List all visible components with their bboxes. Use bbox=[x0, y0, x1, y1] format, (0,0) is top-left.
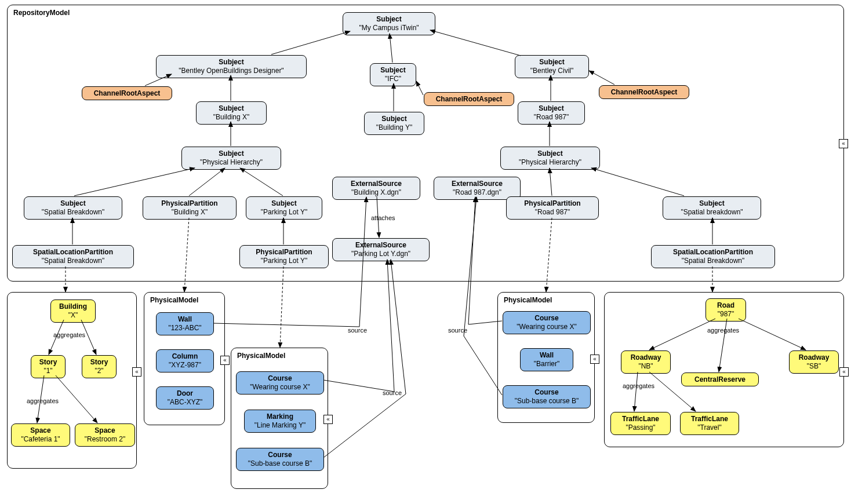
column-xyz-987: Column "XYZ-987" bbox=[156, 349, 214, 372]
roadway-sb: Roadway "SB" bbox=[789, 350, 839, 374]
channel-root-aspect-civil: ChannelRootAspect bbox=[599, 85, 689, 99]
physical-partition-parking-lot-y: PhysicalPartition "Parking Lot Y" bbox=[239, 245, 329, 268]
label-aggregates: aggregates bbox=[623, 382, 654, 389]
label-source: source bbox=[348, 327, 367, 334]
spatial-location-partition-1: SpatialLocationPartition "Spatial Breakd… bbox=[12, 245, 134, 268]
physical-model-1-container: PhysicalModel Wall "123-ABC" Column "XYZ… bbox=[144, 292, 225, 425]
subject-parking-lot-y: Subject "Parking Lot Y" bbox=[246, 196, 322, 220]
physical-partition-road987: PhysicalPartition "Road 987" bbox=[506, 196, 599, 220]
spatial-location-partition-2: SpatialLocationPartition "Spatial Breakd… bbox=[651, 245, 775, 268]
external-source-parking-lot-y: ExternalSource "Parking Lot Y.dgn" bbox=[332, 238, 430, 261]
external-source-building-x: ExternalSource "Building X.dgn" bbox=[332, 177, 420, 200]
channel-root-aspect-obd: ChannelRootAspect bbox=[82, 86, 172, 100]
label-source: source bbox=[448, 327, 467, 334]
wall-barrier: Wall "Barrier" bbox=[520, 348, 573, 371]
subject-ifc: Subject "IFC" bbox=[370, 63, 416, 86]
physical-model-3-title: PhysicalModel bbox=[504, 296, 552, 304]
subject-building-y: Subject "Building Y" bbox=[364, 112, 424, 135]
models-ref-icon: « bbox=[132, 367, 141, 377]
door-abc-xyz: Door "ABC-XYZ" bbox=[156, 386, 214, 410]
models-ref-icon: « bbox=[839, 139, 848, 148]
marking-line-y: Marking "Line Marking Y" bbox=[244, 410, 316, 433]
physical-model-2-title: PhysicalModel bbox=[237, 352, 285, 360]
roadway-nb: Roadway "NB" bbox=[621, 350, 671, 374]
subject-spatial-breakdown-1: Subject "Spatial Breakdown" bbox=[24, 196, 122, 220]
space-restroom-2: Space "Restroom 2" bbox=[75, 423, 135, 447]
traffic-lane-passing: TrafficLane "Passing" bbox=[610, 412, 671, 435]
subject-physical-hierarchy-1: Subject "Physical Hierarchy" bbox=[181, 147, 281, 170]
models-ref-icon: « bbox=[220, 356, 230, 365]
label-attaches: attaches bbox=[371, 214, 395, 221]
physical-partition-building-x: PhysicalPartition "Building X" bbox=[143, 196, 237, 220]
traffic-lane-travel: TrafficLane "Travel" bbox=[680, 412, 739, 435]
models-ref-icon: « bbox=[323, 415, 333, 424]
course-wearing-x-pm3: Course "Wearing course X" bbox=[503, 311, 591, 334]
physical-model-3-container: PhysicalModel Course "Wearing course X" … bbox=[497, 292, 595, 423]
physical-model-2-container: PhysicalModel Course "Wearing course X" … bbox=[231, 348, 328, 489]
external-source-road987: ExternalSource "Road 987.dgn" bbox=[434, 177, 521, 200]
building-x: Building "X" bbox=[50, 300, 96, 323]
spatial-model-building-container: Building "X" Story "1" Story "2" Space "… bbox=[7, 292, 137, 469]
subject-obd: Subject "Bentley OpenBuildings Designer" bbox=[156, 55, 307, 78]
subject-root: Subject "My Campus iTwin" bbox=[343, 12, 435, 35]
label-aggregates: aggregates bbox=[53, 331, 85, 338]
subject-physical-hierarchy-2: Subject "Physical Hierarchy" bbox=[500, 147, 600, 170]
spatial-model-road-container: Road "987" Roadway "NB" CentralReserve R… bbox=[604, 292, 844, 447]
repository-model-container: RepositoryModel Subject "My Campus iTwin… bbox=[7, 5, 844, 282]
road-987: Road "987" bbox=[705, 298, 746, 322]
subject-building-x: Subject "Building X" bbox=[196, 101, 267, 125]
course-subbase-b-pm2: Course "Sub-base course B" bbox=[236, 448, 324, 471]
label-source: source bbox=[383, 389, 402, 396]
story-2: Story "2" bbox=[82, 355, 117, 378]
wall-123-abc: Wall "123-ABC" bbox=[156, 312, 214, 335]
course-wearing-x-pm2: Course "Wearing course X" bbox=[236, 371, 324, 395]
channel-root-aspect-ifc: ChannelRootAspect bbox=[424, 92, 514, 106]
space-cafeteria-1: Space "Cafeteria 1" bbox=[11, 423, 70, 447]
subject-road987: Subject "Road 987" bbox=[518, 101, 585, 125]
central-reserve: CentralReserve bbox=[681, 372, 759, 386]
label-aggregates: aggregates bbox=[27, 397, 59, 404]
physical-model-1-title: PhysicalModel bbox=[150, 296, 198, 304]
repository-model-title: RepositoryModel bbox=[13, 9, 70, 17]
models-ref-icon: « bbox=[839, 367, 849, 377]
story-1: Story "1" bbox=[31, 355, 66, 378]
subject-spatial-breakdown-2: Subject "Spatial breakdown" bbox=[663, 196, 761, 220]
label-aggregates: aggregates bbox=[707, 327, 739, 334]
subject-civil: Subject "Bentley Civil" bbox=[515, 55, 589, 78]
course-subbase-b-pm3: Course "Sub-base course B" bbox=[503, 385, 591, 408]
models-ref-icon: « bbox=[590, 355, 599, 364]
